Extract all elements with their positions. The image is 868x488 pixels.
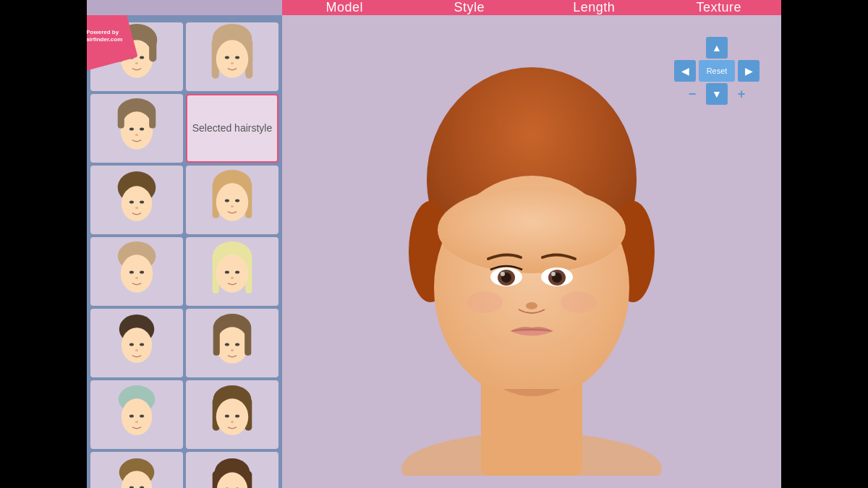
svg-point-30 bbox=[225, 199, 229, 202]
svg-point-15 bbox=[121, 111, 153, 150]
top-nav-tabs: Model Style Length Texture bbox=[282, 0, 781, 15]
main-content: Powered by hairfinder.com bbox=[87, 15, 781, 488]
svg-point-20 bbox=[135, 134, 138, 136]
model-face-svg bbox=[358, 64, 705, 476]
svg-point-42 bbox=[225, 270, 229, 273]
svg-point-59 bbox=[129, 415, 134, 418]
svg-point-54 bbox=[225, 343, 229, 346]
svg-point-58 bbox=[122, 398, 152, 435]
nav-row-top: ▲ bbox=[706, 37, 728, 59]
svg-point-49 bbox=[135, 349, 138, 351]
sidebar: Powered by hairfinder.com bbox=[87, 15, 282, 488]
hairstyle-row-4 bbox=[90, 309, 278, 377]
hairstyle-row-1: Selected hairstyle bbox=[90, 94, 278, 163]
svg-point-96 bbox=[467, 291, 503, 313]
svg-point-61 bbox=[135, 421, 138, 423]
tab-length[interactable]: Length bbox=[532, 0, 657, 15]
svg-point-35 bbox=[129, 270, 134, 273]
svg-point-5 bbox=[140, 56, 144, 59]
svg-point-51 bbox=[216, 327, 248, 364]
svg-point-37 bbox=[135, 277, 138, 279]
hairstyle-thumb-10[interactable] bbox=[186, 309, 278, 377]
hairstyle-thumb-14[interactable] bbox=[186, 452, 278, 488]
selected-hairstyle-label: Selected hairstyle bbox=[192, 121, 273, 134]
svg-point-46 bbox=[122, 328, 152, 363]
svg-point-66 bbox=[225, 415, 229, 418]
svg-point-43 bbox=[235, 270, 239, 273]
svg-point-56 bbox=[231, 349, 234, 351]
svg-point-31 bbox=[235, 199, 239, 202]
svg-point-6 bbox=[135, 62, 138, 64]
svg-point-41 bbox=[216, 254, 248, 293]
zoom-in-button[interactable]: + bbox=[731, 83, 752, 105]
svg-point-23 bbox=[129, 201, 134, 204]
hairstyle-thumb-6[interactable] bbox=[186, 166, 278, 234]
svg-point-65 bbox=[216, 398, 248, 435]
brand-text: Powered by hairfinder.com bbox=[87, 29, 132, 44]
svg-point-44 bbox=[231, 277, 234, 279]
hairstyle-thumb-11[interactable] bbox=[90, 380, 183, 449]
svg-rect-52 bbox=[213, 326, 220, 355]
nav-spacer bbox=[87, 0, 282, 15]
svg-point-19 bbox=[140, 127, 144, 130]
hairstyle-thumb-5[interactable] bbox=[90, 166, 183, 234]
svg-point-55 bbox=[235, 343, 239, 346]
svg-point-32 bbox=[231, 205, 234, 207]
svg-point-34 bbox=[121, 254, 153, 293]
hairstyle-thumb-8[interactable] bbox=[186, 237, 278, 306]
move-up-button[interactable]: ▲ bbox=[706, 37, 728, 59]
tab-style[interactable]: Style bbox=[407, 0, 532, 15]
svg-point-68 bbox=[231, 421, 234, 423]
hairstyle-thumb-3[interactable] bbox=[90, 94, 183, 163]
tab-model[interactable]: Model bbox=[282, 0, 407, 15]
svg-point-60 bbox=[140, 415, 144, 418]
svg-point-67 bbox=[235, 415, 239, 418]
svg-point-95 bbox=[526, 302, 537, 309]
svg-point-22 bbox=[122, 186, 152, 221]
move-right-button[interactable]: ▶ bbox=[738, 60, 760, 82]
svg-rect-53 bbox=[244, 326, 251, 355]
move-down-button[interactable]: ▼ bbox=[706, 83, 728, 105]
svg-point-11 bbox=[225, 56, 229, 59]
hairstyle-thumb-2[interactable] bbox=[186, 22, 278, 91]
svg-point-93 bbox=[501, 272, 505, 276]
hairstyle-row-6 bbox=[90, 452, 278, 488]
app: Model Style Length Texture Powered by ha… bbox=[87, 0, 781, 488]
svg-rect-17 bbox=[149, 110, 156, 128]
svg-point-36 bbox=[140, 270, 144, 273]
svg-point-24 bbox=[140, 201, 144, 204]
svg-point-25 bbox=[135, 207, 138, 209]
svg-point-97 bbox=[561, 291, 597, 313]
hairstyle-thumb-4-selected[interactable]: Selected hairstyle bbox=[186, 94, 278, 163]
svg-point-12 bbox=[235, 56, 239, 59]
tab-texture[interactable]: Texture bbox=[657, 0, 782, 15]
svg-point-29 bbox=[216, 183, 248, 221]
hairstyle-thumb-13[interactable] bbox=[90, 452, 183, 488]
svg-rect-98 bbox=[503, 389, 561, 461]
svg-point-48 bbox=[140, 343, 144, 346]
svg-rect-3 bbox=[149, 40, 156, 61]
svg-point-94 bbox=[551, 272, 556, 276]
hairstyle-thumb-12[interactable] bbox=[186, 380, 278, 449]
svg-point-47 bbox=[129, 343, 134, 346]
hairstyle-row-5 bbox=[90, 380, 278, 449]
svg-point-13 bbox=[231, 62, 234, 64]
hairstyle-row-2 bbox=[90, 166, 278, 234]
svg-point-10 bbox=[216, 40, 248, 78]
preview-area: ▲ ◀ Reset ▶ − ▼ + bbox=[282, 15, 781, 488]
top-navigation: Model Style Length Texture bbox=[87, 0, 781, 15]
svg-point-18 bbox=[129, 127, 134, 130]
svg-point-86 bbox=[438, 187, 626, 273]
hairstyle-thumb-9[interactable] bbox=[90, 309, 183, 377]
hairstyle-thumb-7[interactable] bbox=[90, 237, 183, 306]
hairstyle-row-3 bbox=[90, 237, 278, 306]
svg-rect-16 bbox=[118, 110, 124, 128]
model-preview bbox=[358, 64, 705, 476]
